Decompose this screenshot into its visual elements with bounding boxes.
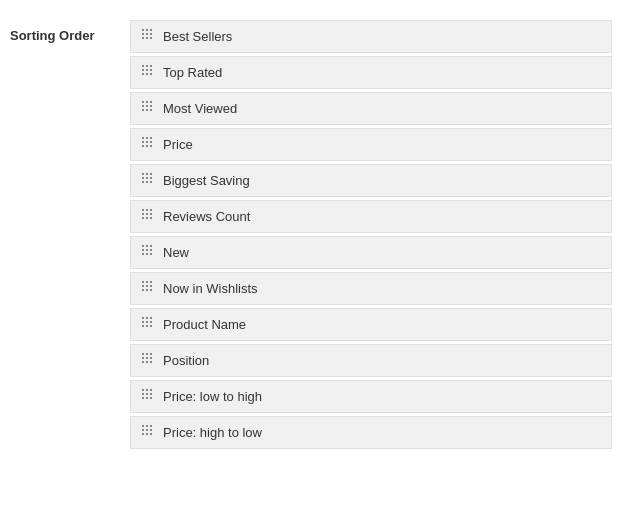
svg-rect-48 xyxy=(142,213,144,215)
svg-rect-8 xyxy=(150,37,152,39)
svg-rect-5 xyxy=(150,33,152,35)
drag-handle-icon xyxy=(141,64,155,81)
svg-rect-39 xyxy=(142,177,144,179)
list-item-price[interactable]: Price xyxy=(130,128,612,161)
svg-rect-10 xyxy=(146,65,148,67)
list-item-biggest-saving[interactable]: Biggest Saving xyxy=(130,164,612,197)
item-text-position: Position xyxy=(163,353,209,368)
svg-rect-79 xyxy=(146,325,148,327)
item-text-product-name: Product Name xyxy=(163,317,246,332)
list-item-price-high-to-low[interactable]: Price: high to low xyxy=(130,416,612,449)
svg-rect-77 xyxy=(150,321,152,323)
svg-rect-91 xyxy=(146,389,148,391)
svg-rect-102 xyxy=(142,429,144,431)
svg-rect-94 xyxy=(146,393,148,395)
svg-rect-26 xyxy=(150,109,152,111)
item-text-top-rated: Top Rated xyxy=(163,65,222,80)
svg-rect-72 xyxy=(142,317,144,319)
drag-handle-icon xyxy=(141,316,155,333)
item-text-price-low-to-high: Price: low to high xyxy=(163,389,262,404)
item-text-price: Price xyxy=(163,137,193,152)
svg-rect-31 xyxy=(146,141,148,143)
list-item-most-viewed[interactable]: Most Viewed xyxy=(130,92,612,125)
drag-handle-icon xyxy=(141,352,155,369)
svg-rect-107 xyxy=(150,433,152,435)
svg-rect-3 xyxy=(142,33,144,35)
svg-rect-21 xyxy=(142,105,144,107)
svg-rect-58 xyxy=(146,249,148,251)
svg-rect-18 xyxy=(142,101,144,103)
list-item-top-rated[interactable]: Top Rated xyxy=(130,56,612,89)
svg-rect-95 xyxy=(150,393,152,395)
svg-rect-57 xyxy=(142,249,144,251)
svg-rect-40 xyxy=(146,177,148,179)
svg-rect-6 xyxy=(142,37,144,39)
svg-rect-71 xyxy=(150,289,152,291)
svg-rect-82 xyxy=(146,353,148,355)
svg-rect-27 xyxy=(142,137,144,139)
svg-rect-69 xyxy=(142,289,144,291)
svg-rect-70 xyxy=(146,289,148,291)
item-text-best-sellers: Best Sellers xyxy=(163,29,232,44)
list-item-product-name[interactable]: Product Name xyxy=(130,308,612,341)
drag-handle-icon xyxy=(141,208,155,225)
svg-rect-75 xyxy=(142,321,144,323)
svg-rect-93 xyxy=(142,393,144,395)
svg-rect-7 xyxy=(146,37,148,39)
list-item-position[interactable]: Position xyxy=(130,344,612,377)
svg-rect-64 xyxy=(146,281,148,283)
drag-handle-icon xyxy=(141,244,155,261)
svg-rect-78 xyxy=(142,325,144,327)
svg-rect-37 xyxy=(146,173,148,175)
svg-rect-54 xyxy=(142,245,144,247)
svg-rect-60 xyxy=(142,253,144,255)
svg-rect-43 xyxy=(146,181,148,183)
drag-handle-icon xyxy=(141,424,155,441)
svg-rect-67 xyxy=(146,285,148,287)
svg-rect-86 xyxy=(150,357,152,359)
svg-rect-0 xyxy=(142,29,144,31)
list-item-price-low-to-high[interactable]: Price: low to high xyxy=(130,380,612,413)
list-item-best-sellers[interactable]: Best Sellers xyxy=(130,20,612,53)
drag-handle-icon xyxy=(141,172,155,189)
drag-handle-icon xyxy=(141,388,155,405)
list-item-new[interactable]: New xyxy=(130,236,612,269)
item-text-biggest-saving: Biggest Saving xyxy=(163,173,250,188)
svg-rect-33 xyxy=(142,145,144,147)
svg-rect-25 xyxy=(146,109,148,111)
svg-rect-1 xyxy=(146,29,148,31)
drag-handle-icon xyxy=(141,100,155,117)
svg-rect-90 xyxy=(142,389,144,391)
sorting-order-list: Best Sellers Top Rated Most Viewed xyxy=(130,20,612,452)
svg-rect-52 xyxy=(146,217,148,219)
svg-rect-30 xyxy=(142,141,144,143)
svg-rect-47 xyxy=(150,209,152,211)
list-item-now-in-wishlists[interactable]: Now in Wishlists xyxy=(130,272,612,305)
svg-rect-34 xyxy=(146,145,148,147)
svg-rect-96 xyxy=(142,397,144,399)
sorting-order-label: Sorting Order xyxy=(10,20,130,43)
svg-rect-80 xyxy=(150,325,152,327)
list-item-reviews-count[interactable]: Reviews Count xyxy=(130,200,612,233)
svg-rect-76 xyxy=(146,321,148,323)
svg-rect-104 xyxy=(150,429,152,431)
svg-rect-68 xyxy=(150,285,152,287)
svg-rect-23 xyxy=(150,105,152,107)
svg-rect-4 xyxy=(146,33,148,35)
svg-rect-81 xyxy=(142,353,144,355)
svg-rect-17 xyxy=(150,73,152,75)
svg-rect-42 xyxy=(142,181,144,183)
item-text-reviews-count: Reviews Count xyxy=(163,209,250,224)
svg-rect-14 xyxy=(150,69,152,71)
svg-rect-73 xyxy=(146,317,148,319)
svg-rect-32 xyxy=(150,141,152,143)
svg-rect-98 xyxy=(150,397,152,399)
svg-rect-55 xyxy=(146,245,148,247)
svg-rect-28 xyxy=(146,137,148,139)
svg-rect-49 xyxy=(146,213,148,215)
svg-rect-85 xyxy=(146,357,148,359)
svg-rect-24 xyxy=(142,109,144,111)
svg-rect-2 xyxy=(150,29,152,31)
drag-handle-icon xyxy=(141,280,155,297)
svg-rect-45 xyxy=(142,209,144,211)
